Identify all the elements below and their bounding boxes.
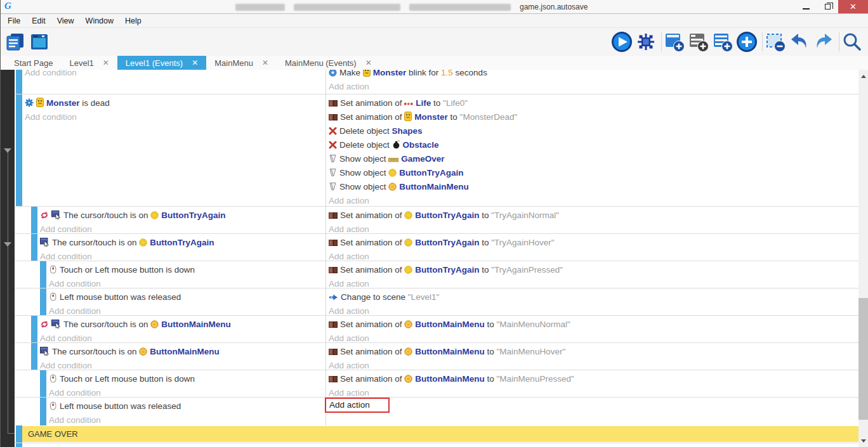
menu-help[interactable]: Help [119, 15, 147, 27]
minimize-icon [803, 8, 810, 10]
tab-mainmenu[interactable]: MainMenu✕ [206, 56, 277, 70]
redo-button[interactable] [813, 31, 837, 53]
add-object-button[interactable] [736, 31, 760, 53]
condition-line[interactable]: The cursor/touch is on ButtonMainMenu [40, 345, 326, 359]
conditions-cell: Touch or Left mouse button is downAdd co… [15, 261, 326, 288]
menu-window[interactable]: Window [80, 15, 119, 27]
text-segment: "MainMenuNormal" [497, 320, 570, 329]
title-bar: G game.json.autosave ✕ [1, 0, 868, 14]
condition-line[interactable]: Monster is dead [25, 96, 326, 110]
add-condition-link[interactable]: Add condition [40, 252, 92, 261]
add-condition-link[interactable]: Add condition [40, 361, 92, 370]
banner-icon [388, 157, 398, 163]
play-button[interactable] [611, 31, 635, 53]
show-icon [329, 182, 337, 191]
deselect-button[interactable] [765, 31, 789, 53]
debug-button[interactable] [635, 31, 659, 53]
add-condition-line: Add condition [40, 223, 326, 233]
action-line[interactable]: Delete object Obstacle [329, 138, 858, 152]
tab-close-icon[interactable]: ✕ [103, 58, 109, 67]
vertical-scrollbar[interactable] [858, 70, 868, 447]
action-line[interactable]: Show object GameOver [329, 152, 858, 166]
redacted-title-segment [409, 4, 511, 11]
add-action-link[interactable]: Add action [329, 279, 369, 288]
comment-event-row: GAME OVER [15, 425, 858, 443]
scroll-down-arrow[interactable] [858, 436, 868, 446]
action-line[interactable]: Make Monster blink for 1.5 seconds [329, 70, 858, 80]
add-action-link[interactable]: Add action [329, 334, 369, 342]
action-line[interactable]: Set animation of ButtonMainMenu to "Main… [329, 318, 858, 332]
coin-orange-icon [139, 347, 147, 356]
condition-line[interactable]: The cursor/touch is on ButtonTryAgain [40, 209, 326, 223]
add-external-layout-button[interactable] [712, 31, 736, 53]
project-manager-button[interactable] [4, 31, 29, 53]
comment-text[interactable]: GAME OVER [22, 426, 858, 442]
add-scene-button[interactable] [664, 31, 688, 53]
add-external-events-button[interactable] [688, 31, 712, 53]
add-action-link[interactable]: Add action [329, 252, 369, 261]
tab-level1-events-[interactable]: Level1 (Events)✕ [117, 56, 206, 70]
add-condition-link[interactable]: Add condition [49, 279, 101, 288]
tab-close-icon[interactable]: ✕ [262, 58, 268, 67]
tab-mainmenu-events-[interactable]: MainMenu (Events)✕ [277, 56, 380, 70]
tab-start-page[interactable]: Start Page [6, 56, 61, 70]
text-segment: Obstacle [403, 140, 439, 150]
monster-icon [363, 70, 371, 77]
scrollbar-thumb[interactable] [858, 298, 868, 420]
condition-line[interactable]: Touch or Left mouse button is down [49, 372, 326, 386]
event-bar[interactable] [16, 425, 22, 443]
fold-arrow-icon[interactable] [4, 242, 11, 247]
add-action-link[interactable]: Add action [329, 224, 369, 233]
menu-bar: FileEditViewWindowHelp [1, 14, 868, 28]
action-line[interactable]: Set animation of ButtonMainMenu to "Main… [329, 372, 858, 386]
condition-line[interactable]: The cursor/touch is on ButtonMainMenu [40, 318, 326, 332]
add-condition-link[interactable]: Add condition [49, 306, 101, 315]
tab-close-icon[interactable]: ✕ [365, 58, 372, 67]
add-condition-link[interactable]: Add condition [40, 334, 92, 342]
action-line[interactable]: Delete object Shapes [329, 124, 858, 138]
tab-close-icon[interactable]: ✕ [192, 58, 198, 67]
menu-edit[interactable]: Edit [26, 15, 51, 27]
action-line[interactable]: Set animation of ButtonTryAgain to "TryA… [329, 209, 858, 223]
menu-view[interactable]: View [51, 15, 80, 27]
scene-editor-button[interactable] [29, 31, 53, 53]
undo-button[interactable] [789, 31, 813, 53]
condition-line[interactable]: Touch or Left mouse button is down [49, 263, 326, 277]
action-line[interactable]: Set animation of Monster to "MonsterDead… [329, 110, 858, 124]
add-action-link[interactable]: Add action [329, 82, 369, 91]
restore-button[interactable] [817, 0, 838, 13]
add-action-link[interactable]: Add action [329, 196, 369, 205]
event-bar[interactable] [16, 443, 22, 447]
add-condition-link[interactable]: Add condition [49, 415, 101, 425]
action-line[interactable]: Set animation of ButtonTryAgain to "TryA… [329, 263, 858, 277]
add-action-link[interactable]: Add action [329, 361, 369, 370]
add-condition-link[interactable]: Add condition [25, 112, 77, 122]
condition-line[interactable]: Left mouse button was released [49, 290, 326, 304]
search-button[interactable] [841, 31, 865, 53]
text-segment: Set animation of [340, 112, 404, 122]
event-row: Touch or Left mouse button is downAdd co… [15, 261, 858, 288]
tab-level1[interactable]: Level1✕ [61, 56, 117, 70]
cursor-on-icon [40, 347, 49, 356]
add-condition-link[interactable]: Add condition [49, 388, 101, 397]
condition-line[interactable]: Left mouse button was released [49, 399, 326, 413]
action-line[interactable]: Set animation of ButtonMainMenu to "Main… [329, 345, 858, 359]
action-line[interactable]: Set animation of ButtonTryAgain to "TryA… [329, 236, 858, 250]
show-icon [329, 154, 337, 163]
add-action-link[interactable]: Add action [329, 306, 369, 315]
action-line[interactable]: Show object ButtonMainMenu [329, 180, 858, 194]
add-condition-link[interactable]: Add condition [25, 70, 77, 77]
action-line[interactable]: Set animation of Life to "Life0" [329, 96, 858, 110]
search-icon [842, 32, 862, 52]
action-line[interactable]: Show object ButtonTryAgain [329, 166, 858, 180]
add-condition-link[interactable]: Add condition [40, 224, 92, 233]
condition-line[interactable]: The cursor/touch is on ButtonTryAgain [40, 236, 326, 250]
minimize-button[interactable] [795, 0, 817, 13]
add-action-link[interactable]: Add action [329, 388, 369, 397]
add-action-link-highlighted[interactable]: Add action [325, 398, 390, 413]
close-button[interactable]: ✕ [838, 0, 868, 13]
action-line[interactable]: Change to scene "Level1" [329, 290, 858, 304]
menu-file[interactable]: File [2, 15, 26, 27]
scroll-up-arrow[interactable] [858, 71, 868, 81]
fold-arrow-icon[interactable] [4, 148, 11, 153]
